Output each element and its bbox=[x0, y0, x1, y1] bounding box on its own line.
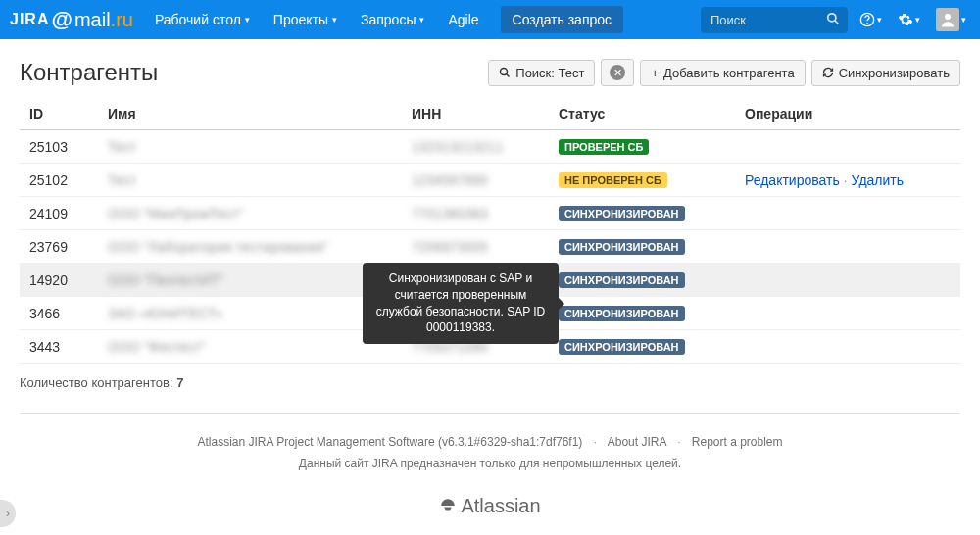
close-icon: ✕ bbox=[610, 65, 625, 80]
svg-point-3 bbox=[867, 24, 868, 24]
table-wrap: ID Имя ИНН Статус Операции 25103Тест1323… bbox=[20, 98, 960, 364]
footer-report-link[interactable]: Report a problem bbox=[692, 435, 783, 449]
col-name[interactable]: Имя bbox=[98, 98, 402, 130]
cell-status: СИНХРОНИЗИРОВАН bbox=[549, 230, 735, 264]
cell-inn: 7206873005 bbox=[402, 230, 549, 264]
cell-name: ЗАО «ЮНИТЕСТ» bbox=[98, 297, 402, 330]
status-badge: СИНХРОНИЗИРОВАН bbox=[559, 239, 685, 255]
cell-ops bbox=[735, 297, 960, 330]
status-badge: СИНХРОНИЗИРОВАН bbox=[559, 339, 685, 355]
search-icon[interactable] bbox=[826, 12, 840, 28]
cell-id: 23769 bbox=[20, 230, 98, 264]
cell-status: СИНХРОНИЗИРОВАН bbox=[549, 297, 735, 330]
cell-name: ООО "ПентестИТ" bbox=[98, 264, 402, 297]
col-id[interactable]: ID bbox=[20, 98, 98, 130]
cell-ops bbox=[735, 330, 960, 364]
chevron-down-icon: ▾ bbox=[245, 15, 250, 24]
cell-name: Тест bbox=[98, 130, 402, 164]
table-row[interactable]: 24109ООО "МинПромТест"7701360363СИНХРОНИ… bbox=[20, 197, 960, 230]
help-icon[interactable]: ▾ bbox=[856, 8, 886, 31]
atlassian-logo[interactable]: Atlassian bbox=[20, 488, 960, 523]
cell-inn: 1234567890 bbox=[402, 164, 549, 197]
logo[interactable]: JIRA @ mail .ru bbox=[10, 7, 133, 32]
cell-status: СИНХРОНИЗИРОВАН bbox=[549, 264, 735, 297]
chevron-down-icon: ▾ bbox=[877, 15, 882, 24]
page-title: Контрагенты bbox=[20, 59, 158, 86]
logo-mail: mail bbox=[74, 9, 111, 31]
svg-line-1 bbox=[835, 20, 839, 24]
chevron-down-icon: ▾ bbox=[915, 15, 920, 24]
cell-id: 25102 bbox=[20, 164, 98, 197]
nav-projects[interactable]: Проекты▾ bbox=[264, 6, 347, 33]
cell-name: ООО "МинПромТест" bbox=[98, 197, 402, 230]
cell-name: ООО "Фестест" bbox=[98, 330, 402, 364]
status-badge: СИНХРОНИЗИРОВАН bbox=[559, 206, 685, 221]
table-row[interactable]: 23769ООО "Лаборатория тестирования"72068… bbox=[20, 230, 960, 264]
table-row[interactable]: 25102Тест1234567890НЕ ПРОВЕРЕН СБРедакти… bbox=[20, 164, 960, 197]
footer-separator bbox=[20, 413, 960, 414]
chevron-down-icon: ▾ bbox=[961, 15, 966, 24]
avatar bbox=[936, 8, 959, 31]
content: Контрагенты Поиск: Тест ✕ + Добавить кон… bbox=[0, 39, 980, 535]
nav-dashboard[interactable]: Рабочий стол▾ bbox=[145, 6, 260, 33]
cell-status: ПРОВЕРЕН СБ bbox=[549, 130, 735, 164]
gear-icon[interactable]: ▾ bbox=[894, 8, 924, 31]
search-icon bbox=[499, 67, 511, 78]
cell-ops bbox=[735, 230, 960, 264]
cell-id: 3443 bbox=[20, 330, 98, 364]
logo-ru: .ru bbox=[111, 9, 133, 31]
delete-link[interactable]: Удалить bbox=[852, 172, 904, 188]
svg-point-4 bbox=[945, 14, 951, 20]
header-actions: Поиск: Тест ✕ + Добавить контрагента Син… bbox=[488, 59, 960, 86]
edit-link[interactable]: Редактировать bbox=[745, 172, 840, 188]
col-ops[interactable]: Операции bbox=[735, 98, 960, 130]
svg-point-5 bbox=[501, 69, 508, 75]
cell-status: НЕ ПРОВЕРЕН СБ bbox=[549, 164, 735, 197]
cell-id: 14920 bbox=[20, 264, 98, 297]
search-filter-button[interactable]: Поиск: Тест bbox=[488, 60, 595, 86]
topbar: JIRA @ mail .ru Рабочий стол▾ Проекты▾ З… bbox=[0, 0, 980, 39]
footer-disclaimer: Данный сайт JIRA предназначен только для… bbox=[20, 454, 960, 475]
sync-button[interactable]: Синхронизировать bbox=[811, 60, 960, 86]
col-inn[interactable]: ИНН bbox=[402, 98, 549, 130]
page-header: Контрагенты Поиск: Тест ✕ + Добавить кон… bbox=[20, 59, 960, 86]
table-row[interactable]: 25103Тест132313213211ПРОВЕРЕН СБ bbox=[20, 130, 960, 164]
global-search bbox=[701, 7, 848, 33]
count-row: Количество контрагентов: 7 bbox=[20, 364, 960, 402]
refresh-icon bbox=[822, 67, 834, 78]
svg-point-0 bbox=[828, 13, 836, 21]
count-label: Количество контрагентов: bbox=[20, 375, 176, 390]
cell-inn: 7701360363 bbox=[402, 197, 549, 230]
nav: Рабочий стол▾ Проекты▾ Запросы▾ Agile Со… bbox=[145, 6, 623, 33]
user-menu[interactable]: ▾ bbox=[932, 4, 970, 35]
nav-agile[interactable]: Agile bbox=[438, 6, 488, 33]
footer-about-link[interactable]: About JIRA bbox=[608, 435, 666, 449]
status-badge: СИНХРОНИЗИРОВАН bbox=[559, 306, 685, 321]
atlassian-icon bbox=[439, 497, 457, 514]
status-badge: НЕ ПРОВЕРЕН СБ bbox=[559, 172, 667, 188]
create-issue-button[interactable]: Создать запрос bbox=[501, 6, 623, 33]
plus-icon: + bbox=[651, 66, 659, 80]
add-contractor-button[interactable]: + Добавить контрагента bbox=[640, 60, 805, 86]
chevron-down-icon: ▾ bbox=[332, 15, 337, 24]
cell-name: ООО "Лаборатория тестирования" bbox=[98, 230, 402, 264]
svg-line-6 bbox=[507, 74, 510, 77]
cell-id: 3466 bbox=[20, 297, 98, 330]
logo-jira: JIRA bbox=[10, 11, 49, 28]
count-value: 7 bbox=[176, 375, 183, 390]
cell-ops bbox=[735, 130, 960, 164]
footer-version: (v6.3.1#6329-sha1:7df76f1) bbox=[438, 435, 582, 449]
cell-status: СИНХРОНИЗИРОВАН bbox=[549, 197, 735, 230]
footer-software-link[interactable]: Atlassian JIRA Project Management Softwa… bbox=[197, 435, 434, 449]
col-status[interactable]: Статус bbox=[549, 98, 735, 130]
status-tooltip: Синхронизирован с SAP и считается провер… bbox=[363, 263, 559, 344]
nav-issues[interactable]: Запросы▾ bbox=[351, 6, 434, 33]
cell-id: 25103 bbox=[20, 130, 98, 164]
cell-inn: 132313213211 bbox=[402, 130, 549, 164]
clear-search-button[interactable]: ✕ bbox=[601, 59, 634, 86]
cell-ops: Редактировать·Удалить bbox=[735, 164, 960, 197]
status-badge: ПРОВЕРЕН СБ bbox=[559, 139, 649, 155]
status-badge: СИНХРОНИЗИРОВАН bbox=[559, 272, 685, 288]
table-header-row: ID Имя ИНН Статус Операции bbox=[20, 98, 960, 130]
topbar-right: ▾ ▾ ▾ bbox=[701, 4, 970, 35]
